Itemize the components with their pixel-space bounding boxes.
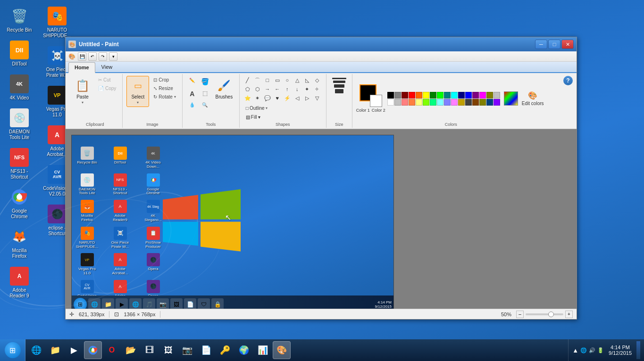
color-lime[interactable]	[423, 99, 429, 106]
color-light-red[interactable]	[401, 99, 408, 106]
crop-button[interactable]: ⊡ Crop	[151, 76, 178, 84]
color-olive[interactable]	[486, 92, 493, 98]
magnifier-button[interactable]: 🔍	[199, 100, 211, 109]
desktop-icon-adobe-reader[interactable]: A Adobe Reader 9	[2, 265, 36, 301]
shape-line[interactable]: ╱	[243, 76, 252, 84]
color-light-orange[interactable]	[409, 99, 415, 106]
color-dark-blue[interactable]	[486, 99, 493, 106]
desktop-icon-eclipse[interactable]: 🌑 eclipse - Shortcut	[40, 203, 74, 238]
show-desktop-button[interactable]	[636, 341, 640, 359]
edit-colors-button[interactable]: 🎨 Edit colors	[520, 89, 546, 108]
taskbar-folder2[interactable]: 📂	[122, 341, 140, 359]
pencil-button[interactable]: ✏️	[186, 76, 198, 87]
taskbar-media[interactable]: ▶	[65, 341, 83, 359]
paint-canvas[interactable]: ↖ 🗑️ Recycle Bin DII DIITool	[71, 135, 394, 309]
shape-heart[interactable]: ♥	[273, 94, 282, 102]
zoom-out-button[interactable]: –	[516, 311, 524, 318]
tab-view[interactable]: View	[95, 62, 119, 72]
shape-4-arrow[interactable]: ✦	[303, 85, 311, 93]
color-light-gray[interactable]	[394, 99, 401, 106]
shape-diamond[interactable]: ◇	[313, 76, 321, 84]
color-red[interactable]	[409, 92, 415, 98]
taskbar-ie[interactable]: 🌐	[27, 341, 45, 359]
color-yellow[interactable]	[423, 92, 429, 98]
color-violet[interactable]	[493, 99, 500, 106]
taskbar-folder[interactable]: 📁	[46, 341, 64, 359]
taskbar-paint[interactable]: 🎨	[273, 341, 291, 359]
quick-access-dropdown[interactable]: ▾	[109, 52, 117, 61]
color-light-magenta[interactable]	[451, 99, 458, 106]
size-line-2[interactable]	[333, 81, 345, 83]
resize-button[interactable]: ⤡ Resize	[151, 84, 178, 92]
size-line-3[interactable]	[334, 84, 344, 88]
shape-right-arrow[interactable]: →	[263, 85, 272, 93]
paint-menu-icon[interactable]: 🎨	[67, 52, 76, 61]
taskbar-net[interactable]: 🌍	[235, 341, 253, 359]
shape-rect[interactable]: □	[263, 76, 272, 84]
help-button[interactable]: ?	[561, 74, 575, 128]
tray-network[interactable]: 🌐	[580, 347, 587, 353]
minimize-button[interactable]: ─	[535, 40, 547, 49]
shape-triangle[interactable]: △	[293, 76, 301, 84]
color-green[interactable]	[437, 92, 443, 98]
desktop-icon-google-chrome[interactable]: Google Chrome	[2, 186, 36, 222]
taskbar-photo[interactable]: 🖼	[159, 341, 177, 359]
color-black[interactable]	[387, 92, 394, 98]
taskbar-chart[interactable]: 📊	[254, 341, 272, 359]
desktop-icon-diitool[interactable]: DII DIITool	[2, 39, 36, 69]
color2-swatch[interactable]	[370, 95, 382, 107]
zoom-slider[interactable]	[526, 313, 563, 315]
color-navy[interactable]	[458, 92, 465, 98]
shape-ellipse[interactable]: ○	[283, 76, 292, 84]
shape-left-arrow[interactable]: ←	[273, 85, 282, 93]
rotate-button[interactable]: ↻ Rotate ▾	[151, 93, 178, 101]
text-button[interactable]: A	[186, 88, 198, 99]
shape-lightning[interactable]: ⚡	[283, 94, 292, 102]
brushes-button[interactable]: 🖌️ Brushes	[213, 76, 235, 102]
gradient-swatch[interactable]	[504, 91, 518, 106]
zoom-in-button[interactable]: +	[565, 311, 573, 318]
tray-expand[interactable]: ▲	[572, 347, 578, 354]
copy-button[interactable]: 📄 Copy	[96, 84, 118, 92]
color-teal[interactable]	[444, 92, 451, 98]
color-maroon[interactable]	[401, 92, 408, 98]
desktop-icon-naruto[interactable]: 🎭 NARUTO SHIPPUDE...	[40, 5, 74, 41]
fill-button[interactable]: 🪣	[199, 76, 211, 87]
canvas-area[interactable]: ↖ 🗑️ Recycle Bin DII DIITool	[66, 129, 577, 309]
color-brown[interactable]	[472, 99, 479, 106]
desktop-icon-recycle-bin[interactable]: 🗑️ Recycle Bin	[2, 5, 36, 35]
color-light-yellow[interactable]	[416, 99, 422, 106]
taskbar-clock[interactable]: 4:14 PM 9/12/2015	[606, 345, 635, 356]
desktop-icon-nfs13[interactable]: NFS NFS13 - Shortcut	[2, 146, 36, 182]
desktop-icon-mozilla-firefox[interactable]: 🦊 Mozilla Firefox	[2, 225, 36, 261]
desktop-icon-4k-video[interactable]: 4K 4K Video	[2, 73, 36, 103]
taskbar-photo2[interactable]: 📷	[178, 341, 196, 359]
shape-up-arrow[interactable]: ↑	[283, 85, 292, 93]
color-light-cyan[interactable]	[437, 99, 443, 106]
cut-button[interactable]: ✂ Cut	[96, 76, 118, 84]
tray-volume[interactable]: 🔊	[589, 347, 595, 353]
shape-misc1[interactable]: ◁	[293, 94, 301, 102]
shape-star6[interactable]: ✶	[253, 94, 262, 102]
taskbar-key[interactable]: 🔑	[216, 341, 234, 359]
shape-down-arrow[interactable]: ↓	[293, 85, 301, 93]
color-dark-gray[interactable]	[394, 92, 401, 98]
shape-curve[interactable]: ⌒	[253, 76, 262, 84]
color-light-blue[interactable]	[444, 99, 451, 106]
size-line-4[interactable]	[335, 89, 343, 93]
maximize-button[interactable]: □	[548, 40, 560, 49]
color-picker-button[interactable]: 💧	[186, 100, 198, 109]
color-gold[interactable]	[458, 99, 465, 106]
color-orange[interactable]	[416, 92, 422, 98]
taskbar-pdf[interactable]: 📄	[197, 341, 215, 359]
color-cyan[interactable]	[451, 92, 458, 98]
color-dark-yellow[interactable]	[479, 99, 486, 106]
color-silver[interactable]	[493, 92, 500, 98]
color-dark-green[interactable]	[430, 92, 436, 98]
color-blue[interactable]	[465, 92, 472, 98]
shape-right-triangle[interactable]: ◺	[303, 76, 311, 84]
shape-callout[interactable]: 💬	[263, 94, 272, 102]
color-spring[interactable]	[430, 99, 436, 106]
color-white[interactable]	[387, 99, 394, 106]
start-button[interactable]: ⊞	[0, 339, 25, 361]
